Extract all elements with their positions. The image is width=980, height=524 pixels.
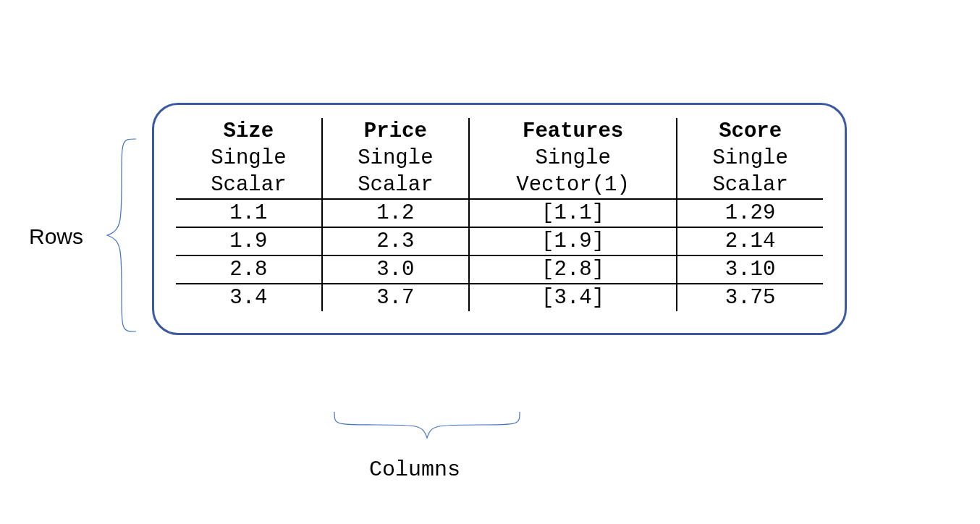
col-header-role: Single [322,145,469,172]
col-header-role: Single [677,145,823,172]
col-header-type: Scalar [677,172,823,199]
cell-price: 3.0 [322,255,469,284]
cell-size: 1.9 [176,227,322,255]
col-header-name: Price [322,118,469,145]
table-row: 1.9 2.3 [1.9] 2.14 [176,227,823,255]
col-header-type: Scalar [176,172,322,199]
rows-brace-icon [101,138,145,333]
cell-size: 2.8 [176,255,322,284]
cell-price: 1.2 [322,199,469,227]
cell-price: 2.3 [322,227,469,255]
columns-label: Columns [369,457,460,482]
table-row: 1.1 1.2 [1.1] 1.29 [176,199,823,227]
cell-size: 3.4 [176,284,322,311]
col-header-name: Size [176,118,322,145]
cell-features: [1.1] [469,199,677,227]
cell-score: 3.75 [677,284,823,311]
col-header-role: Single [176,145,322,172]
columns-brace-icon [333,409,521,445]
cell-size: 1.1 [176,199,322,227]
table-row: 3.4 3.7 [3.4] 3.75 [176,284,823,311]
cell-features: [1.9] [469,227,677,255]
cell-price: 3.7 [322,284,469,311]
data-table: Size Price Features Score Single Single … [176,118,823,311]
cell-features: [2.8] [469,255,677,284]
col-header-type: Scalar [322,172,469,199]
cell-features: [3.4] [469,284,677,311]
table-row: 2.8 3.0 [2.8] 3.10 [176,255,823,284]
col-header-name: Score [677,118,823,145]
table-container: Size Price Features Score Single Single … [152,103,847,335]
cell-score: 3.10 [677,255,823,284]
cell-score: 2.14 [677,227,823,255]
col-header-type: Vector(1) [469,172,677,199]
col-header-name: Features [469,118,677,145]
rows-label: Rows [29,224,83,249]
col-header-role: Single [469,145,677,172]
cell-score: 1.29 [677,199,823,227]
